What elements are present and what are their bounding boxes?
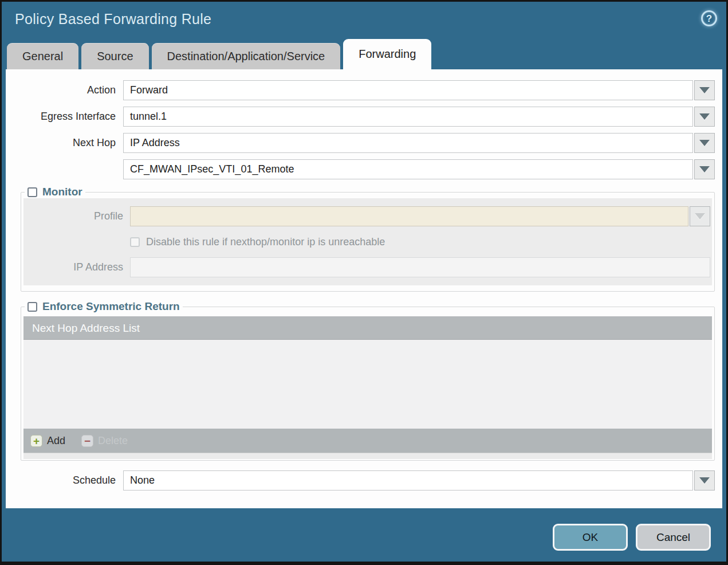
delete-button-label: Delete [98, 435, 128, 447]
next-hop-address-dropdown-button[interactable] [694, 159, 715, 179]
enforce-symmetric-return-checkbox[interactable] [27, 302, 37, 312]
disable-rule-checkbox [130, 237, 140, 247]
tab-destination-application-service[interactable]: Destination/Application/Service [152, 43, 341, 69]
next-hop-address-list-header: Next Hop Address List [23, 316, 712, 340]
next-hop-address-row: CF_MWAN_IPsec_VTI_01_Remote [6, 159, 715, 179]
chevron-down-icon [699, 113, 710, 120]
egress-interface-dropdown-button[interactable] [694, 107, 715, 127]
schedule-select[interactable]: None [123, 470, 693, 491]
add-button-label: Add [47, 435, 65, 447]
next-hop-address-label [6, 159, 123, 179]
ok-button[interactable]: OK [553, 524, 628, 551]
schedule-row: Schedule None [6, 470, 715, 491]
pbf-rule-dialog: Policy Based Forwarding Rule ? General S… [0, 0, 728, 565]
monitor-legend: Monitor [25, 186, 85, 198]
profile-label: Profile [23, 206, 130, 226]
disable-rule-label: Disable this rule if nexthop/monitor ip … [146, 236, 385, 248]
schedule-dropdown-button[interactable] [694, 470, 715, 491]
profile-dropdown-button [690, 206, 710, 226]
minus-icon: − [81, 435, 93, 447]
next-hop-dropdown-button[interactable] [694, 133, 715, 153]
next-hop-type-select[interactable]: IP Address [123, 133, 693, 153]
tab-content-forwarding: Action Forward Egress Interface tunnel.1… [6, 69, 722, 508]
egress-interface-label: Egress Interface [6, 107, 123, 127]
monitor-ip-address-input [130, 257, 710, 277]
schedule-label: Schedule [6, 470, 123, 491]
monitor-fieldset: Monitor Profile Disable this rule if nex… [21, 186, 715, 292]
next-hop-label: Next Hop [6, 133, 123, 153]
enforce-symmetric-return-legend: Enforce Symmetric Return [25, 300, 183, 313]
enforce-symmetric-return-legend-label: Enforce Symmetric Return [42, 300, 180, 313]
plus-icon: + [30, 435, 42, 447]
add-button[interactable]: + Add [30, 435, 65, 447]
next-hop-address-list-table: Next Hop Address List + Add − Delete [23, 316, 712, 459]
dialog-footer: OK Cancel [2, 508, 726, 551]
tab-general[interactable]: General [7, 43, 78, 69]
horizontal-scrollbar-track[interactable] [23, 453, 712, 459]
profile-select [130, 206, 688, 226]
next-hop-address-list-toolbar: + Add − Delete [23, 429, 712, 453]
help-icon[interactable]: ? [701, 10, 717, 26]
next-hop-row: Next Hop IP Address [6, 133, 715, 153]
egress-interface-select[interactable]: tunnel.1 [123, 107, 693, 127]
tab-source[interactable]: Source [81, 43, 148, 69]
tab-forwarding[interactable]: Forwarding [343, 39, 431, 69]
title-bar: Policy Based Forwarding Rule ? [2, 2, 726, 39]
monitor-checkbox[interactable] [27, 187, 37, 197]
enforce-symmetric-return-fieldset: Enforce Symmetric Return Next Hop Addres… [21, 300, 715, 461]
monitor-ip-address-row: IP Address [23, 257, 710, 277]
profile-row: Profile [23, 206, 710, 226]
action-label: Action [6, 80, 123, 100]
dialog-title: Policy Based Forwarding Rule [15, 11, 211, 27]
action-dropdown-button[interactable] [694, 80, 715, 100]
tab-bar: General Source Destination/Application/S… [2, 39, 726, 69]
disable-rule-row: Disable this rule if nexthop/monitor ip … [130, 233, 712, 250]
next-hop-address-select[interactable]: CF_MWAN_IPsec_VTI_01_Remote [123, 159, 693, 179]
chevron-down-icon [695, 213, 705, 219]
monitor-panel: Profile Disable this rule if nexthop/mon… [23, 198, 712, 285]
chevron-down-icon [699, 87, 710, 93]
chevron-down-icon [699, 477, 710, 484]
cancel-button[interactable]: Cancel [636, 524, 711, 551]
delete-button: − Delete [81, 435, 128, 447]
action-select[interactable]: Forward [123, 80, 693, 100]
egress-interface-row: Egress Interface tunnel.1 [6, 107, 715, 127]
action-row: Action Forward [6, 80, 715, 100]
chevron-down-icon [699, 140, 710, 146]
chevron-down-icon [699, 166, 710, 172]
next-hop-address-list-body[interactable] [23, 340, 712, 429]
monitor-legend-label: Monitor [42, 186, 82, 198]
monitor-ip-address-label: IP Address [23, 257, 130, 277]
